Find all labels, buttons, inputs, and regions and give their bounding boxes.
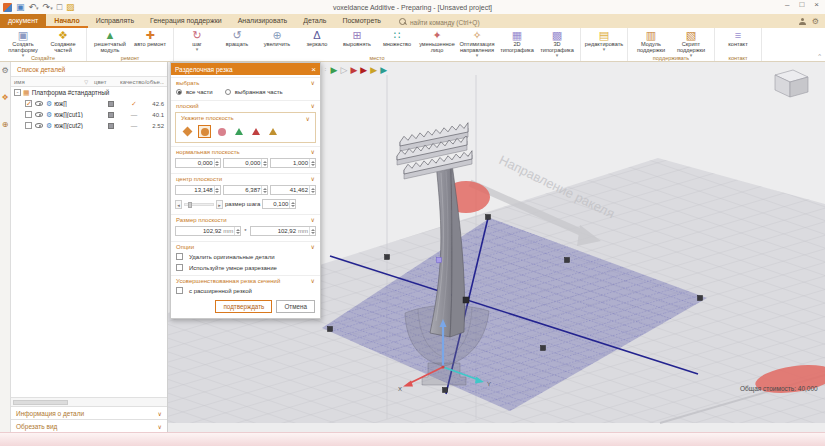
open-folder-icon[interactable]: ▨ [66, 2, 75, 12]
ribbon-button-rotate[interactable]: ↺вращать [217, 29, 257, 47]
part-checkbox[interactable] [25, 100, 32, 107]
spin-down-icon[interactable] [311, 164, 315, 166]
step-increase-button[interactable]: ▸ [216, 200, 223, 209]
spin-up-icon[interactable] [236, 229, 240, 231]
center-input-1[interactable]: 6,387 [223, 185, 269, 195]
settings-icon[interactable]: ⚙ [812, 17, 819, 26]
spin-up-icon[interactable] [311, 229, 315, 231]
ribbon-button-nesting-3d[interactable]: ▩3D типографика▾ [537, 29, 577, 57]
handle-left[interactable] [328, 327, 333, 332]
advanced-cut-checkbox[interactable] [176, 287, 183, 294]
advanced-cut-label[interactable]: с расширенной резкой [189, 288, 252, 294]
handle-center[interactable] [463, 297, 469, 303]
center-section-header[interactable]: центр плоскости ∨ [171, 173, 320, 183]
part-row-2[interactable]: ⚙юж[](cut2)—2.52 [11, 120, 167, 131]
spinner[interactable] [261, 186, 267, 194]
spinner[interactable] [214, 159, 220, 167]
spin-up-icon[interactable] [311, 188, 315, 190]
save-icon[interactable]: ▣ [16, 2, 25, 12]
scrollbar-thumb[interactable] [13, 400, 68, 405]
part-color-swatch[interactable] [108, 112, 114, 118]
spin-down-icon[interactable] [215, 191, 219, 193]
ribbon-button-create-parts[interactable]: ❖Создание частей [43, 29, 83, 53]
ribbon-button-create-platform[interactable]: ▣Создать платформу▾ [3, 29, 43, 57]
plane-xy-icon[interactable] [232, 125, 245, 138]
part-color-swatch[interactable] [108, 123, 114, 129]
normal-input-1[interactable]: 0,000 [223, 158, 269, 168]
spin-down-icon[interactable] [236, 232, 240, 234]
part-row-1[interactable]: ⚙юж[](cut1)—40.1 [11, 109, 167, 120]
parts-column-header[interactable]: имя ▽ цвет качество/объе... [11, 76, 167, 87]
spinner[interactable] [309, 159, 315, 167]
spinner[interactable] [214, 186, 220, 194]
filter-icon[interactable]: ▽ [84, 79, 88, 85]
tab-document[interactable]: документ [0, 14, 46, 28]
spin-up-icon[interactable] [263, 188, 267, 190]
clip-view-section[interactable]: Обрезать вид ∨ [11, 419, 167, 432]
column-quality[interactable]: качество/объе... [120, 79, 164, 85]
spin-down-icon[interactable] [215, 164, 219, 166]
step-slider[interactable] [184, 203, 214, 206]
visibility-eye-icon[interactable] [35, 101, 43, 106]
select-all-icon[interactable]: ▶ [380, 64, 387, 76]
column-name[interactable]: имя [14, 79, 84, 85]
select-none-icon[interactable]: ▷ [340, 64, 347, 76]
rail-settings-icon[interactable]: ⚙ [1, 66, 8, 75]
handle-right[interactable] [698, 296, 703, 301]
command-search[interactable]: найти команду (Ctrl+Q) [399, 14, 480, 28]
visibility-eye-icon[interactable] [35, 123, 43, 128]
ribbon-button-align[interactable]: ⊞выровнять [337, 29, 377, 47]
spinner[interactable] [309, 227, 315, 235]
center-input-0[interactable]: 13,148 [175, 185, 221, 195]
step-size-input[interactable]: 0,100 [262, 199, 296, 209]
maximize-button[interactable]: □ [799, 0, 804, 9]
spinner[interactable] [309, 186, 315, 194]
plane-free-icon[interactable] [215, 125, 228, 138]
spin-up-icon[interactable] [215, 161, 219, 163]
handle-left-mid[interactable] [385, 255, 390, 260]
minimize-button[interactable]: – [785, 0, 789, 9]
ribbon-button-reduce-face[interactable]: ✦уменьшенное лицо [417, 29, 457, 53]
part-checkbox[interactable] [25, 111, 32, 118]
collapse-expander-icon[interactable]: - [14, 89, 21, 96]
spinner[interactable] [261, 159, 267, 167]
confirm-button[interactable]: подтверждать [215, 300, 272, 313]
tab-6[interactable]: Посмотреть [334, 14, 389, 28]
option-label-0[interactable]: Удалить оригинальные детали [189, 254, 275, 260]
center-input-2[interactable]: 41,462 [270, 185, 316, 195]
tab-2[interactable]: Исправлять [88, 14, 142, 28]
part-checkbox[interactable] [25, 122, 32, 129]
size-section-header[interactable]: Размер плоскости ∨ [171, 214, 320, 224]
plane-yz-icon[interactable] [266, 125, 279, 138]
tab-4[interactable]: Анализировать [230, 14, 296, 28]
spinner[interactable] [289, 200, 295, 208]
select-remove-icon[interactable]: ▶ [350, 64, 357, 76]
option-checkbox-1[interactable] [176, 264, 183, 271]
spinner[interactable] [234, 227, 240, 235]
flat-section-header[interactable]: плоский ∨ [171, 100, 320, 110]
size-input-0[interactable]: 102,92mm [175, 226, 241, 236]
normal-input-0[interactable]: 0,000 [175, 158, 221, 168]
ribbon-button-mirror[interactable]: Δзеркало [297, 29, 337, 47]
option-checkbox-0[interactable] [176, 253, 183, 260]
handle-plane-center[interactable] [437, 258, 442, 263]
ribbon-button-support-script[interactable]: ▧Скрипт поддержки▾ [671, 29, 711, 57]
select-invert-icon[interactable]: ▶ [360, 64, 367, 76]
radio-selected-part[interactable] [225, 89, 231, 95]
handle-right-mid[interactable] [565, 258, 570, 263]
select-add-icon[interactable]: ▶ [331, 64, 338, 76]
cancel-button[interactable]: Отмена [276, 300, 315, 313]
platform-tree-row[interactable]: - ▦ Платформа #стандартный [11, 87, 167, 98]
spin-down-icon[interactable] [263, 164, 267, 166]
normal-section-header[interactable]: нормальная плоскость ∨ [171, 146, 320, 156]
radio-all-parts[interactable] [176, 89, 182, 95]
tab-1[interactable]: Начало [46, 14, 87, 28]
ribbon-button-step-move[interactable]: ↻шаг▾ [177, 29, 217, 51]
spin-up-icon[interactable] [311, 161, 315, 163]
tab-3[interactable]: Генерация поддержки [142, 14, 230, 28]
option-label-1[interactable]: Используйте умное разрезание [189, 265, 277, 271]
slider-thumb[interactable] [188, 202, 192, 208]
radio-all-parts-label[interactable]: все части [186, 89, 213, 95]
part-row-0[interactable]: ⚙юж[]✓42.6 [11, 98, 167, 109]
ribbon-button-lattice-module[interactable]: ▲решетчатый модуль [90, 29, 130, 53]
